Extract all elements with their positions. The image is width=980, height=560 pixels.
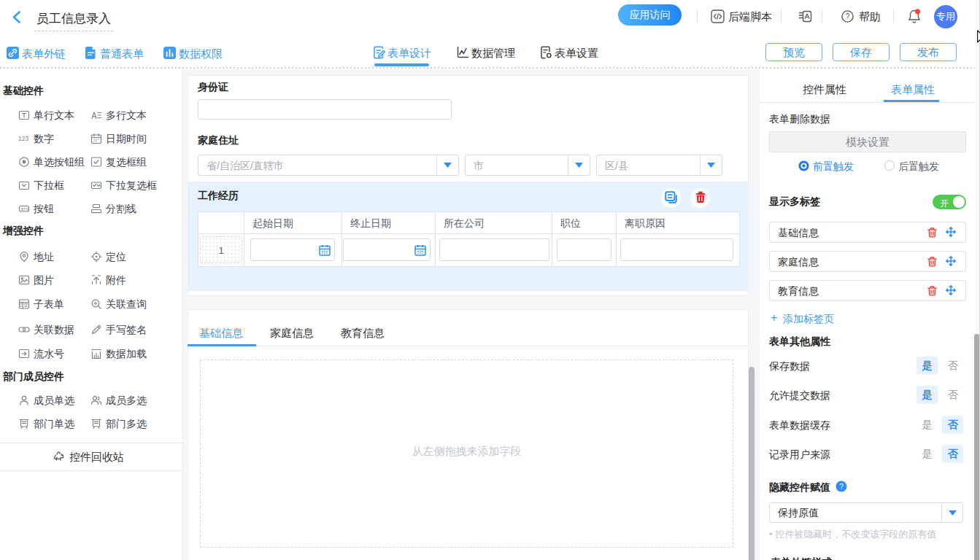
svg-text:123: 123 xyxy=(18,135,28,142)
svg-text:?: ? xyxy=(839,483,844,491)
svg-text:?: ? xyxy=(846,12,850,20)
svg-text:BTN: BTN xyxy=(21,207,28,211)
